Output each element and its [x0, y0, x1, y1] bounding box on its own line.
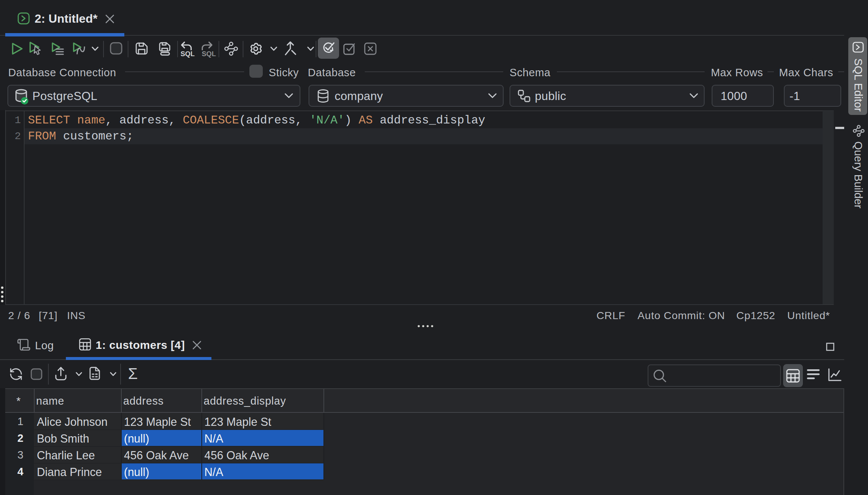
svg-text:SQL: SQL: [181, 50, 195, 58]
svg-text:SQL: SQL: [202, 50, 216, 58]
